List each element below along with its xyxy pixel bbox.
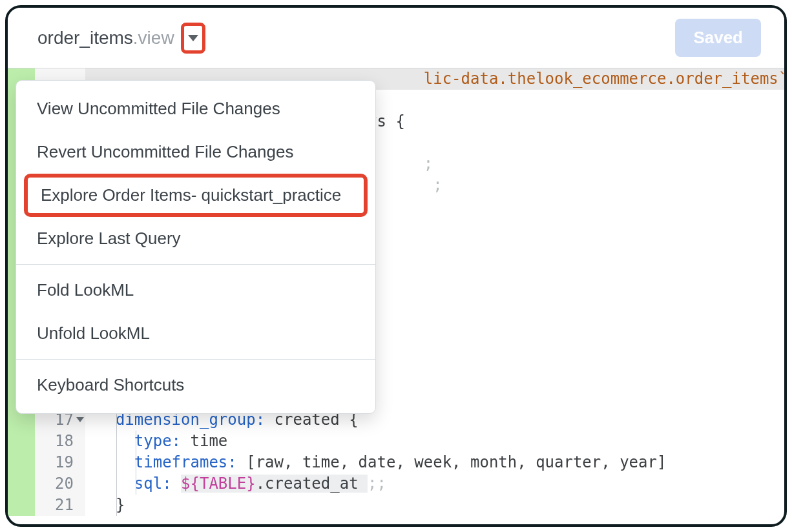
file-dropdown-button[interactable] — [181, 23, 205, 54]
code-line: 21 } — [8, 495, 784, 516]
file-ext-text: .view — [133, 28, 174, 48]
menu-item-fold-lookml[interactable]: Fold LookML — [16, 269, 375, 312]
menu-item-view-uncommitted[interactable]: View Uncommitted File Changes — [16, 87, 375, 130]
line-number: 20 — [35, 473, 85, 495]
header-bar: order_items.view Saved — [8, 8, 784, 68]
code-line: 20 sql: ${TABLE}.created_at ;; — [8, 473, 784, 495]
menu-item-explore-order-items[interactable]: Explore Order Items- quickstart_practice — [24, 174, 368, 217]
editor-frame: order_items.view Saved lic-data.thelook_… — [5, 5, 787, 527]
line-number: 21 — [35, 495, 85, 516]
menu-divider — [16, 264, 375, 265]
code-line: 19 timeframes: [raw, time, date, week, m… — [8, 452, 784, 473]
menu-divider — [16, 359, 375, 360]
line-number: 19 — [35, 452, 85, 473]
code-line: 18 type: time — [8, 431, 784, 452]
menu-item-unfold-lookml[interactable]: Unfold LookML — [16, 312, 375, 355]
menu-item-revert-uncommitted[interactable]: Revert Uncommitted File Changes — [16, 130, 375, 174]
file-name-text: order_items — [37, 28, 133, 48]
caret-down-icon — [188, 35, 198, 41]
file-dropdown-menu: View Uncommitted File Changes Revert Unc… — [16, 80, 376, 414]
menu-item-keyboard-shortcuts[interactable]: Keyboard Shortcuts — [16, 363, 375, 407]
menu-item-explore-last-query[interactable]: Explore Last Query — [16, 217, 375, 260]
file-title: order_items.view — [37, 23, 205, 54]
line-number: 18 — [35, 431, 85, 452]
saved-button[interactable]: Saved — [675, 19, 761, 57]
